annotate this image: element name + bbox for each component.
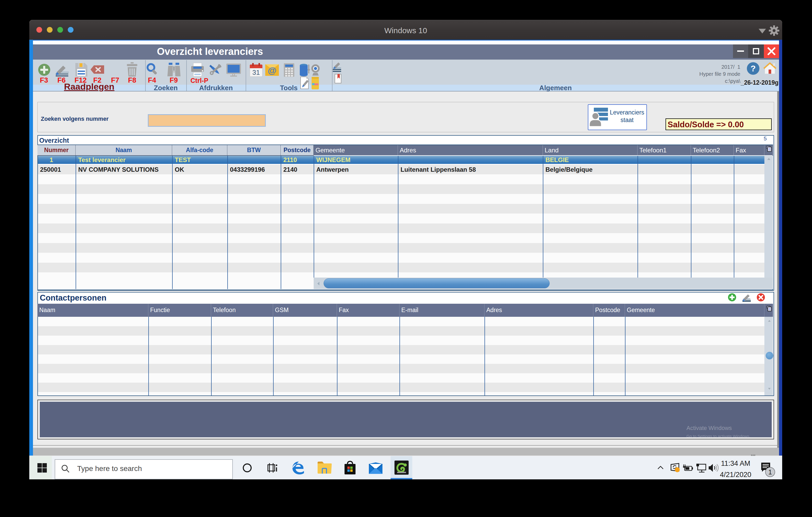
svg-text:31: 31 [253,68,260,76]
svg-text:@: @ [268,65,276,75]
